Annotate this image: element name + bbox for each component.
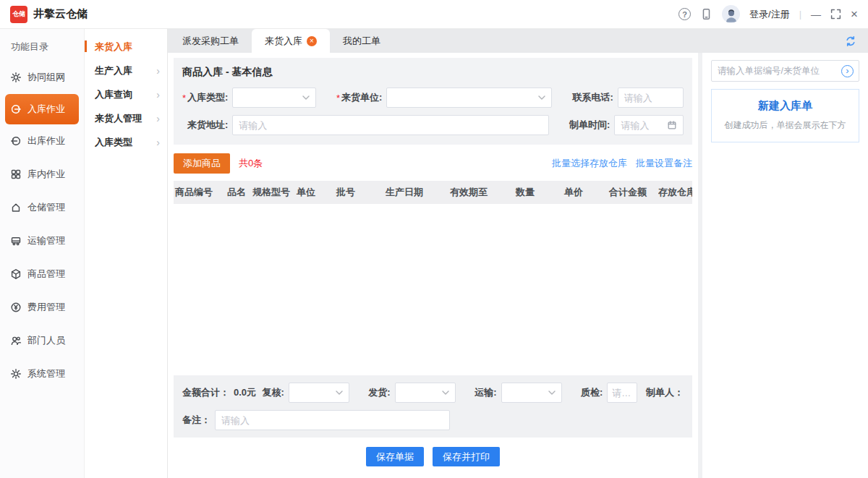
order-search-box[interactable]: › [711,60,859,82]
submenu-item-incoming-inbound[interactable]: 来货入库 [85,35,167,59]
phone-label: 联系电话: [572,91,613,104]
tab-my-orders[interactable]: 我的工单 [330,29,393,53]
topbar: 仓储 井擎云仓储 ? 登录/注册 | — × [0,0,868,29]
column-header: 合计金额 [597,186,658,199]
outbound-icon [10,135,22,147]
avatar[interactable] [722,5,740,23]
login-register-link[interactable]: 登录/注册 [749,8,790,21]
people-icon [10,335,22,346]
house-icon [10,202,22,213]
sidebar-item-collab-network[interactable]: 协同组网 [0,61,84,94]
column-header: 单价 [550,186,597,199]
batch-select-warehouse-link[interactable]: 批量选择存放仓库 [552,157,627,170]
function-sidebar: 功能目录 协同组网 入库作业 出库作业 库内作业 仓储管理 运输管理 商品 [0,29,85,478]
chevron-down-icon [336,390,343,395]
total-amount-label: 金额合计： [182,386,229,399]
tab-close-icon[interactable]: × [307,36,317,46]
sidebar-item-label: 系统管理 [27,367,65,380]
supplier-select[interactable] [386,88,552,108]
calendar-icon[interactable] [667,120,677,130]
qc-input[interactable] [612,388,632,398]
column-header: 批号 [320,186,372,199]
sidebar-header: 功能目录 [0,33,84,61]
create-time-field[interactable] [614,115,684,135]
refresh-icon[interactable] [845,29,856,53]
add-product-button[interactable]: 添加商品 [174,153,230,174]
app-logo: 仓储 [10,6,27,23]
review-label: 复核: [263,386,284,399]
app-title: 井擎云仓储 [33,7,88,21]
new-inbound-order-card[interactable]: 新建入库单 创建成功后，单据会展示在下方 [711,89,859,142]
tab-label: 派发采购工单 [182,35,239,48]
total-amount-value: 0.0元 [234,386,256,399]
inbound-form-panel: 商品入库 - 基本信息 * 入库类型: * 来货单位: [168,53,698,478]
tab-incoming-inbound[interactable]: 来货入库 × [252,29,330,53]
search-submit-icon[interactable]: › [841,65,854,77]
close-window-icon[interactable]: × [851,7,858,22]
submenu-item-supplier-mgmt[interactable]: 来货人管理 › [85,106,167,130]
submenu-item-production-inbound[interactable]: 生产入库 › [85,59,167,82]
chevron-down-icon [302,95,310,100]
sidebar-item-warehouse-ops[interactable]: 库内作业 [0,158,84,191]
chevron-down-icon [548,390,556,395]
inbound-type-label: 入库类型: [187,91,228,104]
qc-field[interactable] [607,383,637,403]
column-header: 单位 [292,186,320,199]
truck-icon [10,235,22,247]
section-title: 商品入库 - 基本信息 [182,66,684,79]
basic-info-section: 商品入库 - 基本信息 * 入库类型: * 来货单位: [174,58,692,145]
sidebar-item-department-staff[interactable]: 部门人员 [0,324,84,357]
product-toolbar: 添加商品 共0条 批量选择存放仓库 批量设置备注 [174,153,692,174]
maximize-icon[interactable] [830,9,841,20]
sidebar-item-system-mgmt[interactable]: 系统管理 [0,357,84,390]
inbound-type-select[interactable] [232,88,316,108]
sidebar-item-product-mgmt[interactable]: 商品管理 [0,257,84,291]
sidebar-item-label: 商品管理 [27,268,65,281]
sidebar-item-storage-mgmt[interactable]: 仓储管理 [0,191,84,224]
tab-bar: 派发采购工单 来货入库 × 我的工单 [168,29,868,53]
submenu-item-inbound-type[interactable]: 入库类型 › [85,130,167,154]
product-table-header: 商品编号 品名 规格型号 单位 批号 生产日期 有效期至 数量 单价 合计金额 … [174,181,692,204]
chevron-right-icon: › [156,113,160,124]
address-input[interactable] [239,120,542,131]
help-icon[interactable]: ? [678,8,691,20]
cube-icon [10,268,22,280]
column-header: 生产日期 [372,186,437,199]
sidebar-item-outbound-work[interactable]: 出库作业 [0,124,84,158]
phone-input[interactable] [624,93,677,103]
save-order-button[interactable]: 保存单据 [366,447,424,466]
order-search-input[interactable] [718,66,841,76]
chevron-right-icon: › [156,137,160,148]
transport-select[interactable] [501,383,562,403]
topbar-divider: | [799,9,801,20]
minimize-icon[interactable]: — [811,9,821,20]
currency-icon [10,302,22,313]
phone-field[interactable] [618,88,684,108]
required-mark: * [182,93,186,103]
save-and-print-button[interactable]: 保存并打印 [433,447,500,466]
review-select[interactable] [289,383,349,403]
remark-label: 备注： [182,414,210,427]
mobile-icon[interactable] [700,8,712,20]
gear-icon [10,72,22,83]
ship-select[interactable] [395,383,456,403]
supplier-label: 来货单位: [341,91,382,104]
address-field[interactable] [232,115,549,135]
submenu-item-label: 入库查询 [95,88,132,101]
remark-field[interactable] [215,410,450,430]
sidebar-item-transport-mgmt[interactable]: 运输管理 [0,224,84,257]
tab-dispatch-purchase-order[interactable]: 派发采购工单 [169,29,252,53]
required-mark: * [336,93,340,103]
remark-input[interactable] [221,415,443,426]
inbound-icon [10,103,22,115]
chevron-right-icon: › [156,65,160,77]
column-header: 规格型号 [250,186,292,199]
summary-section: 金额合计： 0.0元 复核: 发货: 运输: [174,375,692,438]
submenu-item-inbound-query[interactable]: 入库查询 › [85,82,167,106]
create-time-input[interactable] [621,120,667,131]
batch-set-remark-link[interactable]: 批量设置备注 [636,157,692,170]
ship-label: 发货: [368,386,390,399]
sidebar-item-label: 入库作业 [27,103,65,116]
sidebar-item-expense-mgmt[interactable]: 费用管理 [0,291,84,324]
sidebar-item-inbound-work[interactable]: 入库作业 [5,94,79,124]
